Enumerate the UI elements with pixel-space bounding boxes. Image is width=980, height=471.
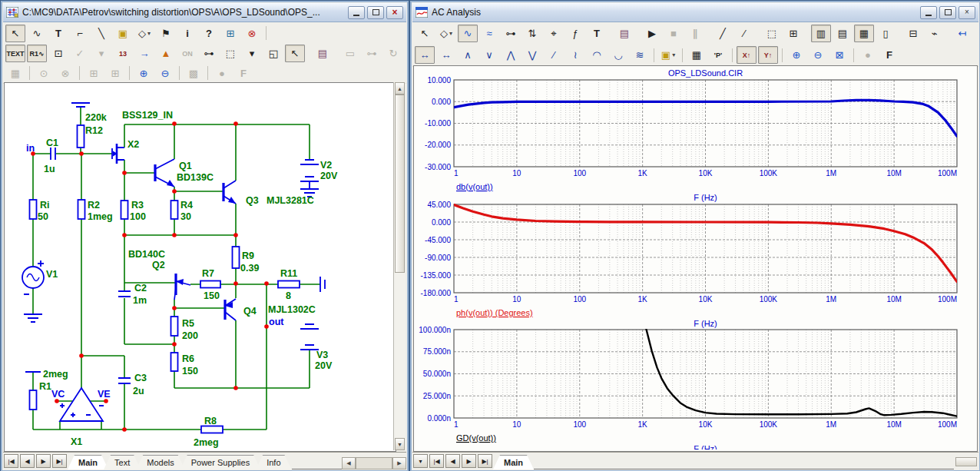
paste-picture-button[interactable]: ⊞ <box>105 65 125 82</box>
close-button[interactable]: × <box>386 6 403 19</box>
schematic-label-bd139c[interactable]: BD139C <box>177 172 214 183</box>
component-browser-button[interactable]: ▣▾ <box>658 46 678 64</box>
shape-tools[interactable]: ◇▾ <box>134 25 154 42</box>
box-mode-button[interactable]: ▩ <box>184 65 204 82</box>
slideshow-button[interactable]: ▦ <box>5 65 25 82</box>
schematic-label-r3[interactable]: R3 <box>131 200 144 211</box>
schematic-label-bd140c[interactable]: BD140C <box>128 249 165 260</box>
analysis-plots[interactable]: 10.0000.000-10.000-20.000-30.0001101001K… <box>414 66 975 449</box>
tab-nav-button[interactable]: ◀ <box>445 454 460 468</box>
scroll-left-icon[interactable]: ◀ <box>342 457 356 469</box>
font-button[interactable]: F <box>879 46 899 64</box>
schematic-label-out[interactable]: out <box>269 317 284 327</box>
plot-GDvout[interactable]: 100.000n75.000n50.000n25.000n0.000n11010… <box>419 303 957 450</box>
flag-tool[interactable]: ⚑ <box>156 25 176 42</box>
select-tool[interactable]: ↖ <box>5 25 25 42</box>
schematic-label-220k[interactable]: 220k <box>85 112 107 123</box>
error-mode-button[interactable]: ⊗ <box>55 65 75 82</box>
text-tool[interactable]: T <box>48 25 68 42</box>
schematic-canvas[interactable]: inC11u220kR12BSS129_INX2Q1BD139CRi50R21m… <box>5 83 394 449</box>
schematic-label-200[interactable]: 200 <box>182 330 198 341</box>
inflection-button[interactable]: ≀ <box>565 46 585 64</box>
schematic-label-2meg[interactable]: 2meg <box>194 437 219 448</box>
close-button[interactable]: × <box>958 6 975 19</box>
series-label[interactable]: ph(v(out)) (Degrees) <box>456 308 533 317</box>
tab-nav-button[interactable]: ▾ <box>413 454 428 468</box>
schematic-label-20v[interactable]: 20V <box>315 360 333 371</box>
schematic-label-vc[interactable]: VC <box>51 389 65 400</box>
schematic-label-c2[interactable]: C2 <box>134 283 147 294</box>
rotate-tool[interactable]: ↻ <box>383 45 403 62</box>
zoom-in-button[interactable]: ⊕ <box>134 65 154 82</box>
tag-function-mode[interactable]: ƒ <box>565 25 585 42</box>
tab-nav-button[interactable]: ◀ <box>20 454 35 468</box>
schematic-label-q4[interactable]: Q4 <box>243 306 257 317</box>
schematic-label-mjl1302c[interactable]: MJL1302C <box>268 304 316 315</box>
font-button[interactable]: F <box>233 65 253 82</box>
connect-tool[interactable]: ⊶ <box>362 45 382 62</box>
restore-button[interactable] <box>367 6 384 19</box>
low-button[interactable]: ⋁ <box>522 46 542 64</box>
condition-display-toggle[interactable]: ON <box>177 45 197 62</box>
schematic-label-0.39[interactable]: 0.39 <box>240 263 259 274</box>
measure-vertical-mode[interactable]: ⇅ <box>522 25 542 42</box>
schematic-label-x1[interactable]: X1 <box>71 436 82 447</box>
auto-scale-y-button[interactable]: Y↑ <box>758 46 778 64</box>
stop-button[interactable]: ■ <box>664 25 684 42</box>
warning-mode-button[interactable]: ⊙ <box>34 65 54 82</box>
schematic-label-r5[interactable]: R5 <box>182 318 194 329</box>
text-tool[interactable]: T <box>587 25 607 42</box>
schematic-label-r12[interactable]: R12 <box>85 125 103 136</box>
zoom-in-button[interactable]: ⊕ <box>786 46 806 64</box>
pin-connections-toggle[interactable]: ⊡ <box>48 45 68 62</box>
step-box-tool[interactable]: ▭ <box>340 45 360 62</box>
tab-main[interactable]: Main <box>493 455 534 469</box>
hscroll-nub[interactable] <box>955 457 977 466</box>
cursor-mode-button[interactable]: ↖ <box>285 45 305 62</box>
border-toggle[interactable]: ◱ <box>263 45 283 62</box>
attribute-text-toggle[interactable]: R1∿ <box>27 45 47 62</box>
waveform-align-mode[interactable]: ≈ <box>479 25 499 42</box>
cursor-left-button[interactable]: ↤ <box>952 25 972 42</box>
top-button[interactable]: ≋ <box>630 46 650 64</box>
schematic-label-r4[interactable]: R4 <box>180 200 193 211</box>
schematic-label-1meg[interactable]: 1meg <box>88 211 113 222</box>
tab-models[interactable]: Models <box>136 455 184 469</box>
clear-errors-button[interactable]: ⊗ <box>242 25 262 42</box>
schematic-label-r6[interactable]: R6 <box>182 353 194 364</box>
schematic-label-50[interactable]: 50 <box>38 211 48 222</box>
zoom-out-button[interactable]: ⊖ <box>808 46 828 64</box>
select-box-button[interactable]: ⬚ <box>762 25 782 42</box>
copy-to-clipboard-button[interactable]: ⊞ <box>220 25 240 42</box>
grid-options-dropdown[interactable]: ▾ <box>242 45 262 62</box>
scroll-up-icon[interactable]: ▲ <box>395 82 405 95</box>
tab-info[interactable]: Info <box>256 455 291 469</box>
scope-select-mode[interactable]: ∿ <box>458 25 478 42</box>
grid-text-toggle[interactable]: TEXT <box>5 45 25 62</box>
schematic-label-150[interactable]: 150 <box>182 366 198 376</box>
info-tool[interactable]: i <box>177 25 197 42</box>
restore-button[interactable] <box>939 6 956 19</box>
schematic-label-bss129_in[interactable]: BSS129_IN <box>122 110 173 121</box>
schematic-vscrollbar[interactable]: ▲ ▼ <box>393 82 406 450</box>
help-tool[interactable]: ? <box>199 25 219 42</box>
schematic-label-20v[interactable]: 20V <box>320 171 338 181</box>
schematic-label-8[interactable]: 8 <box>286 290 291 301</box>
go-to-y-button[interactable]: ↔ <box>436 46 456 64</box>
schematic-label-in[interactable]: in <box>26 143 35 154</box>
minimize-button[interactable] <box>920 6 937 19</box>
schematic-label-r9[interactable]: R9 <box>242 250 254 261</box>
schematic-label-2meg[interactable]: 2meg <box>43 369 68 380</box>
globe-button[interactable]: ● <box>212 65 232 82</box>
tab-nav-button[interactable]: |◀ <box>4 454 18 468</box>
scroll-right-icon[interactable]: ▶ <box>392 457 406 469</box>
tab-nav-button[interactable]: ▶| <box>52 454 67 468</box>
schematic-label-ve[interactable]: VE <box>98 389 111 400</box>
global-low-button[interactable]: ◡ <box>608 46 628 64</box>
tab-nav-button[interactable]: |◀ <box>429 454 444 468</box>
shape-tools[interactable]: ◇▾ <box>436 25 456 42</box>
select-tool[interactable]: ↖ <box>415 25 435 42</box>
line-tool[interactable]: ╱ <box>713 25 733 42</box>
properties-button[interactable]: ▤ <box>614 25 634 42</box>
scroll-down-icon[interactable]: ▼ <box>395 438 405 450</box>
